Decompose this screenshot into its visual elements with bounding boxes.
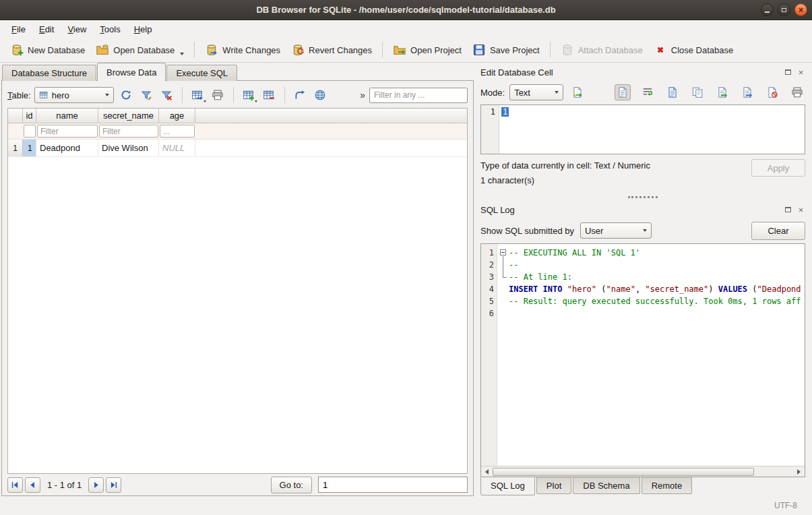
- word-wrap-button[interactable]: [639, 84, 656, 100]
- new-record-button[interactable]: [240, 87, 258, 104]
- close-database-button[interactable]: Close Database: [649, 40, 739, 59]
- column-filter-input-id[interactable]: [24, 125, 36, 138]
- dock-tab-plot[interactable]: Plot: [536, 477, 571, 494]
- editor-line-number: 1: [481, 105, 499, 154]
- tab-database-structure[interactable]: Database Structure: [2, 65, 96, 81]
- save-filter-button[interactable]: [137, 87, 156, 104]
- column-filter-input-age[interactable]: [160, 125, 195, 138]
- editor-body[interactable]: 1: [499, 105, 805, 154]
- minimize-button[interactable]: [761, 3, 774, 16]
- column-header-age[interactable]: age: [159, 109, 195, 123]
- grid-corner-button[interactable]: [8, 109, 23, 123]
- first-record-button[interactable]: [7, 477, 23, 493]
- menu-edit[interactable]: Edit: [33, 22, 60, 37]
- last-record-button[interactable]: [106, 477, 121, 493]
- log-horizontal-scrollbar[interactable]: [481, 466, 805, 477]
- revert-changes-button[interactable]: Revert Changes: [286, 40, 377, 59]
- copy-button[interactable]: [689, 84, 706, 100]
- cell-name[interactable]: Deadpond: [36, 140, 98, 156]
- next-record-button[interactable]: [88, 477, 104, 493]
- toolbar-button-label: Attach Database: [578, 45, 643, 55]
- tab-execute-sql[interactable]: Execute SQL: [166, 65, 237, 81]
- fold-marker[interactable]: [497, 247, 509, 259]
- cell-age[interactable]: NULL: [159, 140, 195, 156]
- sql-log-view[interactable]: 1-- EXECUTING ALL IN 'SQL 1'2--3-- At li…: [480, 243, 805, 477]
- cell-size-info: 1 character(s): [480, 175, 805, 185]
- clear-log-button[interactable]: Clear: [751, 222, 805, 240]
- delete-record-button[interactable]: [260, 87, 278, 104]
- toolbar-overflow-chevron[interactable]: »: [360, 90, 365, 100]
- log-line-number: 1: [481, 247, 497, 259]
- scroll-left-button[interactable]: [482, 467, 492, 477]
- menu-view[interactable]: View: [61, 22, 92, 37]
- filter-any-input[interactable]: [369, 88, 468, 103]
- browse-toolbar: Table: hero »: [2, 81, 473, 108]
- encoding-icon: [314, 89, 326, 101]
- float-dock-icon[interactable]: [784, 206, 792, 214]
- set-null-button[interactable]: [764, 84, 780, 100]
- save-project-button[interactable]: Save Project: [468, 40, 544, 59]
- refresh-button[interactable]: [117, 87, 135, 104]
- export-data-button[interactable]: [739, 84, 755, 100]
- cell-editor[interactable]: 1 1: [480, 104, 805, 154]
- statusbar: UTF-8: [0, 496, 812, 515]
- dropdown-caret-icon: [255, 100, 257, 102]
- print-button[interactable]: [209, 87, 227, 104]
- column-filter-input-name[interactable]: [37, 125, 98, 138]
- dock-tab-sql-log[interactable]: SQL Log: [480, 477, 535, 495]
- scrollbar-thumb[interactable]: [493, 468, 754, 476]
- dock-tab-db-schema[interactable]: DB Schema: [573, 477, 639, 494]
- close-dock-icon[interactable]: ×: [797, 206, 805, 214]
- export-table-button[interactable]: [189, 87, 207, 104]
- scroll-right-button[interactable]: [794, 467, 804, 477]
- goto-cell-button[interactable]: [291, 87, 309, 104]
- goto-button[interactable]: Go to:: [271, 477, 312, 493]
- minimize-icon: [765, 11, 770, 13]
- encoding-button[interactable]: [311, 87, 330, 104]
- toolbar-button-label: New Database: [28, 45, 85, 55]
- import-data-button[interactable]: [714, 84, 730, 100]
- tab-browse-data[interactable]: Browse Data: [97, 63, 166, 81]
- set-null-icon: [766, 86, 778, 98]
- previous-record-button[interactable]: [25, 477, 40, 493]
- dock-tab-remote[interactable]: Remote: [642, 477, 693, 494]
- text-mode-button[interactable]: [615, 84, 631, 100]
- apply-button[interactable]: Apply: [751, 159, 805, 177]
- float-dock-icon[interactable]: [784, 68, 792, 77]
- cell-id[interactable]: 1: [23, 140, 36, 156]
- write-changes-button[interactable]: Write Changes: [200, 40, 285, 59]
- open-database-button[interactable]: Open Database: [91, 40, 189, 59]
- maximize-button[interactable]: [778, 3, 790, 16]
- sql-log-scroll[interactable]: 1-- EXECUTING ALL IN 'SQL 1'2--3-- At li…: [481, 244, 805, 466]
- goto-input[interactable]: [318, 477, 468, 493]
- row-number-header[interactable]: 1: [8, 140, 23, 156]
- clear-filters-button[interactable]: [158, 87, 176, 104]
- menu-tools[interactable]: Tools: [94, 22, 126, 37]
- filter-row-corner: [8, 123, 23, 139]
- table-select[interactable]: hero: [34, 87, 114, 103]
- sql-source-select[interactable]: User: [580, 222, 652, 239]
- print-button[interactable]: [789, 84, 805, 100]
- menu-help[interactable]: Help: [128, 22, 158, 37]
- table-row[interactable]: 11DeadpondDive WilsonNULL: [8, 140, 467, 157]
- import-from-file-button[interactable]: [568, 84, 586, 101]
- titlebar[interactable]: DB Browser for SQLite - /home/user/code/…: [0, 0, 812, 20]
- filter-cell: [23, 123, 36, 139]
- word-wrap-icon: [642, 86, 654, 98]
- cell-secret-name[interactable]: Dive Wilson: [98, 140, 159, 156]
- close-dock-icon[interactable]: ×: [797, 68, 805, 77]
- attach-database-icon: [561, 43, 574, 57]
- toolbar-separator: [550, 42, 551, 58]
- new-database-button[interactable]: New Database: [5, 40, 90, 59]
- open-file-button[interactable]: [664, 84, 681, 100]
- record-pager: 1 - 1 of 1 Go to:: [2, 474, 473, 495]
- column-header-secret-name[interactable]: secret_name: [98, 109, 159, 123]
- mode-select[interactable]: Text: [509, 84, 563, 100]
- column-header-id[interactable]: id: [23, 109, 36, 123]
- column-filter-input-secret-name[interactable]: [99, 125, 158, 138]
- menu-file[interactable]: File: [5, 22, 32, 37]
- column-header-name[interactable]: name: [36, 109, 98, 123]
- close-window-button[interactable]: ×: [794, 3, 807, 16]
- dock-splitter[interactable]: [480, 192, 805, 202]
- open-project-button[interactable]: Open Project: [388, 40, 466, 59]
